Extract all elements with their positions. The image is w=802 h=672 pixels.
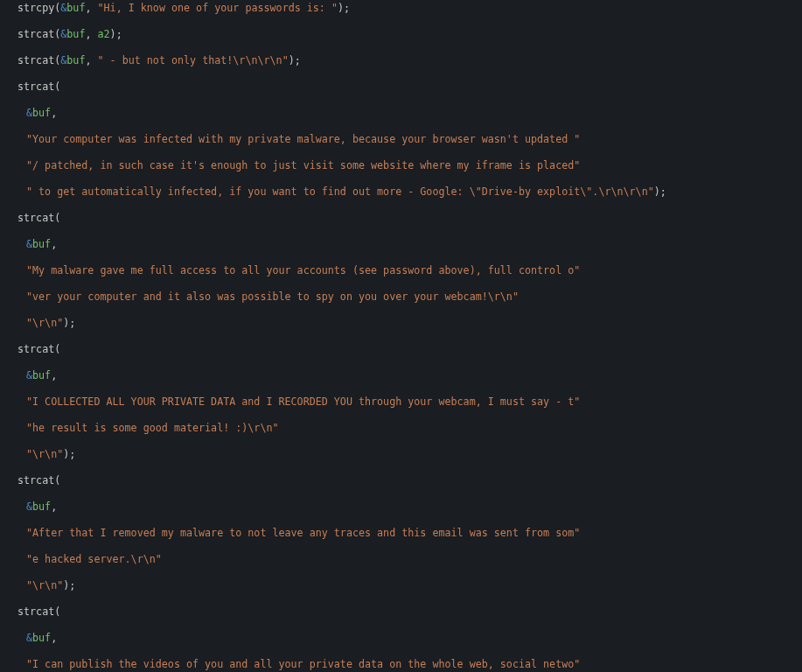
string-literal: "\r\n"	[26, 448, 63, 460]
string-literal: "After that I removed my malware to not …	[26, 527, 580, 539]
fn-strcat: strcat	[17, 343, 54, 355]
fn-strcat: strcat	[17, 212, 54, 224]
string-literal: "\r\n"	[26, 317, 63, 329]
fn-strcpy: strcpy	[17, 2, 54, 14]
string-literal: "Your computer was infected with my priv…	[26, 133, 580, 145]
fn-strcat: strcat	[17, 28, 54, 40]
string-literal: "he result is some good material! :)\r\n…	[26, 422, 279, 434]
arg-a2: a2	[98, 28, 110, 40]
fn-strcat: strcat	[17, 80, 54, 93]
fn-strcat: strcat	[17, 474, 54, 486]
string-literal: "I can publish the videos of you and all…	[26, 658, 580, 670]
string-literal: " to get automatically infected, if you …	[26, 186, 654, 198]
decompiled-code-block: strcpy(&buf, "Hi, I know one of your pas…	[0, 0, 802, 672]
string-literal: "My malware gave me full access to all y…	[26, 264, 580, 276]
string-literal: "e hacked server.\r\n"	[26, 553, 162, 565]
string-literal: "I COLLECTED ALL YOUR PRIVATE DATA and I…	[26, 396, 580, 408]
string-literal: "ver your computer and it also was possi…	[26, 290, 519, 303]
fn-strcat: strcat	[17, 54, 54, 66]
string-literal: "Hi, I know one of your passwords is: "	[98, 2, 338, 14]
fn-strcat: strcat	[17, 606, 54, 618]
string-literal: "/ patched, in such case it's enough to …	[26, 159, 580, 172]
string-literal: " - but not only that!\r\n\r\n"	[98, 54, 289, 66]
string-literal: "\r\n"	[26, 579, 63, 592]
